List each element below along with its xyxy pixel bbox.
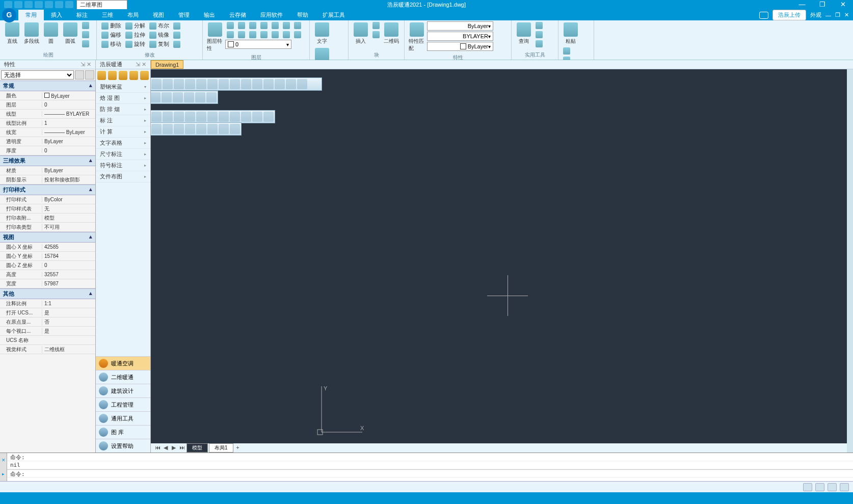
qat-print-icon[interactable] (45, 1, 53, 8)
floating-toolbar-3[interactable] (151, 110, 275, 123)
palette-category[interactable]: 暖通空调 (96, 356, 150, 370)
layer-ext1-button[interactable] (225, 21, 235, 30)
status-toggle-2[interactable] (815, 483, 824, 491)
layer-props-button[interactable]: 图层特性 (206, 21, 224, 53)
tab-help[interactable]: 帮助 (290, 10, 315, 20)
layer-ext10-button[interactable] (248, 31, 258, 39)
panel-tab-hvac[interactable]: 浩辰暖通⇲ ✕ (96, 60, 151, 69)
layer-ext8-button[interactable] (225, 31, 235, 39)
prop-row[interactable]: 视觉样式二维线框 (0, 345, 95, 354)
qat-new-icon[interactable] (4, 1, 12, 8)
prop-section-other[interactable]: 其他▴ (0, 288, 95, 299)
bool-button[interactable]: 布尔 (148, 21, 171, 30)
tab-home[interactable]: 常用 (18, 10, 44, 20)
layout-prev-button[interactable]: ◀ (162, 444, 169, 452)
layer-ext11-button[interactable] (259, 31, 269, 39)
layer-ext12-button[interactable] (270, 31, 280, 39)
mdi-minimize-button[interactable]: — (825, 12, 831, 18)
prop-row[interactable]: 材质ByLayer (0, 166, 95, 175)
text-button[interactable]: 文字 (313, 21, 331, 46)
match-props-button[interactable]: 特性匹配 (408, 21, 426, 53)
pin-icon[interactable]: ⇲ (81, 61, 85, 67)
prop-section-plot[interactable]: 打印样式▴ (0, 184, 95, 195)
qat-more-icon[interactable] (65, 1, 73, 8)
mod-ext2-button[interactable] (172, 31, 182, 39)
prop-row[interactable]: 宽度57987 (0, 279, 95, 288)
palette-category[interactable]: 设置帮助 (96, 439, 150, 453)
util-ext2-button[interactable] (534, 31, 544, 39)
panel-tab-properties[interactable]: 特性⇲ ✕ (0, 60, 96, 69)
mdi-restore-button[interactable]: ❐ (835, 12, 840, 18)
layer-combo[interactable]: 0▾ (225, 40, 291, 49)
copy-button[interactable]: 复制 (148, 40, 171, 48)
rotate-button[interactable]: 旋转 (124, 40, 147, 48)
close-icon[interactable]: ✕ (142, 61, 146, 67)
prop-row[interactable]: 打开 UCS...是 (0, 308, 95, 317)
prop-row[interactable]: 圆心 Z 坐标0 (0, 261, 95, 270)
prop-row[interactable]: UCS 名称 (0, 336, 95, 345)
drawing-canvas[interactable]: 塑钢米蓝 Y X ⏮ ◀ ▶ ⏭ 模型 布局1 + (151, 69, 847, 453)
file-tab-drawing1[interactable]: Drawing1 (151, 60, 183, 69)
layer-ext6-button[interactable] (281, 21, 291, 30)
palette-item[interactable]: 尺寸标注▸ (96, 149, 150, 160)
prop-row[interactable]: 线型比例1 (0, 119, 95, 128)
palette-item[interactable]: 文字表格▸ (96, 138, 150, 149)
prop-section-view[interactable]: 视图▴ (0, 232, 95, 243)
palette-category[interactable]: 通用工具 (96, 411, 150, 425)
floating-toolbar-4[interactable] (151, 122, 242, 136)
palette-item[interactable]: 焓 湿 图▸ (96, 93, 150, 104)
mod-ext1-button[interactable] (172, 21, 182, 30)
palette-item[interactable]: 标 注▸ (96, 115, 150, 126)
prop-row[interactable]: 阴影显示投射和接收阴影 (0, 175, 95, 184)
tab-view[interactable]: 视图 (146, 10, 171, 20)
palette-item[interactable]: 计 算▸ (96, 126, 150, 138)
minimize-button[interactable]: — (792, 0, 812, 9)
color-combo[interactable]: ByLayer ▾ (427, 21, 493, 31)
cut-button[interactable] (562, 47, 572, 55)
maximize-button[interactable]: ❐ (812, 0, 833, 9)
palette-combo[interactable]: 塑钢米蓝▾ (96, 82, 150, 93)
draw-ext2-button[interactable] (81, 31, 91, 39)
palette-category[interactable]: 二维暖通 (96, 370, 150, 384)
tab-cloud[interactable]: 云存储 (222, 10, 253, 20)
line-button[interactable]: 直线 (3, 21, 21, 46)
move-button[interactable]: 移动 (100, 40, 123, 48)
qat-undo-icon[interactable] (35, 1, 43, 8)
palette-item[interactable]: 符号标注▸ (96, 160, 150, 171)
cmdline-handle[interactable]: ✕▸ (0, 453, 7, 481)
prop-row[interactable]: 打印样式ByColor (0, 195, 95, 204)
vertical-scrollbar[interactable] (847, 69, 853, 453)
tab-layout[interactable]: 布局 (120, 10, 146, 20)
block-ext2-button[interactable] (371, 31, 381, 39)
status-toggle-4[interactable] (840, 483, 849, 491)
prop-row[interactable]: 线宽———— ByLayer (0, 128, 95, 137)
tab-annotate[interactable]: 标注 (69, 10, 95, 20)
pin-icon[interactable]: ⇲ (136, 61, 140, 67)
tab-manage[interactable]: 管理 (171, 10, 197, 20)
layer-ext3-button[interactable] (248, 21, 258, 30)
status-toggle-3[interactable] (828, 483, 837, 491)
qrcode-button[interactable]: 二维码 (382, 21, 401, 46)
prop-row[interactable]: 在原点显...否 (0, 317, 95, 327)
draw-ext3-button[interactable] (81, 40, 91, 48)
prop-row[interactable]: 注释比例1:1 (0, 299, 95, 308)
layer-ext5-button[interactable] (270, 21, 280, 30)
selection-combo[interactable]: 无选择 (1, 70, 74, 79)
layer-color-combo[interactable]: ByLayer ▾ (427, 42, 493, 51)
qat-redo-icon[interactable] (55, 1, 63, 8)
floating-toolbar-osnap[interactable] (151, 77, 322, 91)
palette-item[interactable]: 文件布图▸ (96, 171, 150, 182)
workspace-combo[interactable]: 二维草图 (76, 0, 127, 10)
util-ext3-button[interactable] (534, 40, 544, 48)
layer-ext9-button[interactable] (236, 31, 247, 39)
palette-category[interactable]: 工程管理 (96, 397, 150, 411)
floating-toolbar-2[interactable] (151, 91, 218, 104)
prop-row[interactable]: 图层0 (0, 100, 95, 110)
prop-row[interactable]: 每个视口...是 (0, 327, 95, 336)
qat-open-icon[interactable] (14, 1, 22, 8)
block-ext1-button[interactable] (371, 21, 381, 30)
layer-ext4-button[interactable] (259, 21, 269, 30)
mdi-close-button[interactable]: ✕ (844, 12, 849, 18)
layer-ext14-button[interactable] (292, 31, 303, 39)
explode-button[interactable]: 分解 (124, 21, 147, 30)
